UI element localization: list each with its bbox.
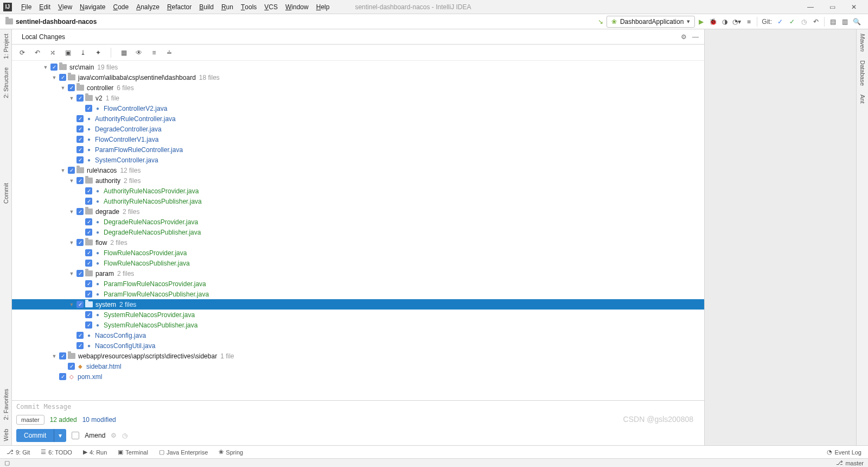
tree-folder[interactable]: ▼rule\nacos12 files <box>12 165 704 175</box>
tree-checkbox[interactable] <box>76 136 84 143</box>
commit-dropdown-icon[interactable]: ▾ <box>54 429 66 442</box>
tree-checkbox[interactable] <box>85 291 92 298</box>
ide-structure-button[interactable]: ▥ <box>839 16 851 28</box>
tree-file[interactable]: ●FlowControllerV1.java <box>12 134 704 144</box>
commit-branch[interactable]: master <box>16 415 44 425</box>
coverage-button[interactable]: ◑ <box>719 16 731 28</box>
breadcrumb[interactable]: sentinel-dashboard-nacos <box>5 18 97 26</box>
tree-file[interactable]: ●DegradeRuleNacosPublisher.java <box>12 227 704 237</box>
status-left-icon[interactable]: ▢ <box>4 459 10 466</box>
commit-history-icon[interactable]: ◷ <box>122 432 127 439</box>
unshelve-icon[interactable]: ✦ <box>93 48 103 58</box>
menu-file[interactable]: File <box>17 0 35 14</box>
expander-icon[interactable]: ▼ <box>68 178 75 184</box>
tree-checkbox[interactable] <box>76 125 84 132</box>
expander-icon[interactable]: ▼ <box>60 168 66 173</box>
tree-checkbox[interactable] <box>85 105 92 112</box>
tree-folder[interactable]: ▼java\com\alibaba\csp\sentinel\dashboard… <box>12 72 704 83</box>
tree-checkbox[interactable] <box>76 332 84 339</box>
tree-checkbox[interactable] <box>85 311 92 318</box>
tree-file[interactable]: ◇pom.xml <box>12 371 704 382</box>
tree-file[interactable]: ●ParamFlowRuleNacosPublisher.java <box>12 289 704 299</box>
menu-build[interactable]: Build <box>195 0 218 14</box>
status-branch[interactable]: master <box>845 460 864 466</box>
git-pull-button[interactable]: ✓ <box>774 16 786 28</box>
tree-folder[interactable]: ▼flow2 files <box>12 237 704 248</box>
panel-hide-icon[interactable]: — <box>692 33 699 41</box>
expander-icon[interactable]: ▼ <box>68 302 75 307</box>
tool-web-tab[interactable]: Web <box>3 425 9 445</box>
tree-checkbox[interactable] <box>76 270 84 277</box>
git-history-button[interactable]: ◷ <box>798 16 810 28</box>
tree-checkbox[interactable] <box>50 64 58 71</box>
tool-run-tab[interactable]: ▶ 4: Run <box>83 449 107 456</box>
tool-database-tab[interactable]: Database <box>859 56 866 90</box>
tree-checkbox[interactable] <box>76 94 84 102</box>
maximize-button[interactable]: ▭ <box>821 0 843 14</box>
amend-checkbox[interactable] <box>72 432 79 439</box>
git-commit-button[interactable]: ✓ <box>786 16 798 28</box>
tree-file[interactable]: ●DegradeController.java <box>12 124 704 134</box>
tool-maven-tab[interactable]: Maven <box>859 29 866 56</box>
expander-icon[interactable]: ▼ <box>51 75 58 80</box>
changes-tree[interactable]: ▼src\main19 files▼java\com\alibaba\csp\s… <box>12 61 704 400</box>
tree-folder[interactable]: ▼degrade2 files <box>12 206 704 217</box>
collapse-icon[interactable]: ≐ <box>164 48 174 58</box>
tool-structure-tab[interactable]: 2: Structure <box>3 63 9 103</box>
tool-git-tab[interactable]: ⎇ 9: Git <box>7 449 30 456</box>
tree-checkbox[interactable] <box>76 177 84 184</box>
menu-code[interactable]: Code <box>109 0 132 14</box>
close-button[interactable]: ✕ <box>843 0 865 14</box>
preview-icon[interactable]: 👁 <box>134 48 144 58</box>
refresh-icon[interactable]: ⟳ <box>17 48 27 58</box>
tool-todo-tab[interactable]: ☰ 6: TODO <box>41 449 72 456</box>
expander-icon[interactable]: ▼ <box>42 65 49 70</box>
menu-analyze[interactable]: Analyze <box>132 0 163 14</box>
menu-edit[interactable]: Edit <box>35 0 54 14</box>
tree-file[interactable]: ●SystemRuleNacosPublisher.java <box>12 320 704 330</box>
expander-icon[interactable]: ▼ <box>68 240 75 245</box>
expander-icon[interactable]: ▼ <box>60 85 66 91</box>
tree-checkbox[interactable] <box>76 115 84 122</box>
menu-window[interactable]: Window <box>282 0 312 14</box>
rollback-icon[interactable]: ↶ <box>33 48 42 58</box>
tree-file[interactable]: ●ParamFlowRuleNacosProvider.java <box>12 279 704 289</box>
git-revert-button[interactable]: ↶ <box>810 16 822 28</box>
tree-checkbox[interactable] <box>59 352 66 359</box>
tree-file[interactable]: ●FlowRuleNacosProvider.java <box>12 248 704 258</box>
expand-icon[interactable]: ≡ <box>149 48 159 58</box>
menu-navigate[interactable]: Navigate <box>76 0 109 14</box>
tree-checkbox[interactable] <box>68 167 75 174</box>
tool-favorites-tab[interactable]: 2: Favorites <box>3 384 9 424</box>
tree-checkbox[interactable] <box>85 260 92 267</box>
tree-checkbox[interactable] <box>68 363 75 370</box>
tree-file[interactable]: ●AuthorityRuleNacosProvider.java <box>12 186 704 196</box>
tree-checkbox[interactable] <box>59 373 66 380</box>
tree-folder[interactable]: ▼controller6 files <box>12 83 704 93</box>
tree-checkbox[interactable] <box>85 187 92 194</box>
tree-checkbox[interactable] <box>85 198 92 205</box>
tree-file[interactable]: ●SystemRuleNacosProvider.java <box>12 310 704 320</box>
menu-view[interactable]: View <box>54 0 76 14</box>
tree-file[interactable]: ●FlowControllerV2.java <box>12 103 704 113</box>
menu-tools[interactable]: Tools <box>237 0 260 14</box>
tool-ant-tab[interactable]: Ant <box>859 90 866 108</box>
expander-icon[interactable]: ▼ <box>68 96 75 101</box>
tree-checkbox[interactable] <box>85 249 92 256</box>
tree-checkbox[interactable] <box>76 342 84 349</box>
tree-checkbox[interactable] <box>85 218 92 225</box>
run-config-dropdown[interactable]: ❀ DashboardApplication ▾ <box>607 16 695 28</box>
tree-file[interactable]: ●DegradeRuleNacosProvider.java <box>12 217 704 227</box>
group-icon[interactable]: ▦ <box>119 48 129 58</box>
minimize-button[interactable]: — <box>800 0 821 14</box>
tool-jee-tab[interactable]: ▢ Java Enterprise <box>159 449 208 456</box>
menu-vcs[interactable]: VCS <box>260 0 282 14</box>
menu-help[interactable]: Help <box>312 0 334 14</box>
diff-icon[interactable]: ⤮ <box>48 48 58 58</box>
commit-button[interactable]: Commit ▾ <box>16 429 66 442</box>
commit-message-input[interactable]: Commit Message <box>12 401 704 413</box>
tree-file[interactable]: ●AuthorityRuleController.java <box>12 113 704 124</box>
tree-file[interactable]: ◆sidebar.html <box>12 361 704 371</box>
tool-terminal-tab[interactable]: ▣ Terminal <box>118 449 148 456</box>
tree-checkbox[interactable] <box>85 280 92 287</box>
